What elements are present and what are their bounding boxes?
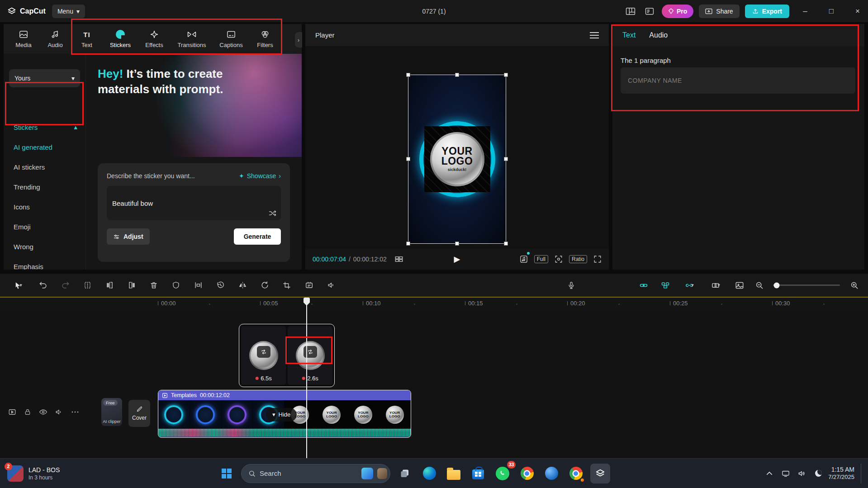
timeline-view-icon[interactable]: [730, 277, 749, 294]
sticker-clip-group[interactable]: 6.5s 2.6s: [239, 324, 335, 387]
selection-handle[interactable]: [455, 73, 459, 76]
lock-icon[interactable]: [24, 408, 31, 416]
trim-right-icon[interactable]: [123, 277, 141, 294]
tab-captions[interactable]: Captions: [214, 25, 248, 52]
tab-text-properties[interactable]: Text: [622, 31, 636, 39]
sticker-clip-1[interactable]: 6.5s: [241, 326, 286, 385]
timeline-ruler[interactable]: 00:00 00:05 00:10 00:15 00:20 00:25 00:3…: [0, 298, 868, 309]
selection-handle[interactable]: [504, 73, 508, 76]
player-menu-icon[interactable]: [590, 32, 599, 38]
tab-stickers[interactable]: Stickers: [104, 25, 137, 52]
minimize-button[interactable]: –: [795, 0, 816, 22]
mirror-icon[interactable]: [233, 277, 251, 294]
frame-view-icon[interactable]: [392, 252, 406, 266]
menu-button[interactable]: Menu ▾: [52, 5, 85, 18]
cast-icon[interactable]: [779, 467, 792, 480]
sticker-prompt-input[interactable]: [107, 186, 281, 220]
tab-audio-properties[interactable]: Audio: [649, 31, 668, 39]
ai-clipper-card[interactable]: Free AI clipper: [101, 398, 122, 426]
auto-arrange-icon[interactable]: [656, 277, 674, 294]
chrome-profile-icon[interactable]: [566, 464, 586, 483]
taskbar-clock[interactable]: 1:15 AM 7/27/2025: [828, 465, 854, 481]
pro-button[interactable]: Pro: [662, 5, 693, 18]
layout-switch-icon[interactable]: [624, 5, 637, 18]
templates-video-clip[interactable]: Templates 00:00:12:02 YOURLOGO YOURLOGO …: [158, 390, 411, 438]
tab-effects[interactable]: Effects: [139, 25, 169, 52]
mute-icon[interactable]: [55, 408, 63, 416]
taskbar-search[interactable]: Search: [241, 464, 390, 483]
share-button[interactable]: Share: [699, 5, 739, 18]
selection-handle[interactable]: [407, 242, 410, 245]
sidebar-item-wrong[interactable]: Wrong: [4, 237, 85, 256]
company-name-input[interactable]: [621, 67, 855, 94]
redo-button[interactable]: [56, 277, 74, 294]
mask-icon[interactable]: [167, 277, 185, 294]
overlap-mode-icon[interactable]: ▾: [704, 277, 727, 294]
maximize-button[interactable]: □: [821, 0, 842, 22]
yours-dropdown[interactable]: Yours ▾: [9, 69, 80, 87]
freeze-frame-icon[interactable]: [189, 277, 207, 294]
export-button[interactable]: Export: [745, 5, 789, 18]
undo-button[interactable]: [34, 277, 52, 294]
tab-text[interactable]: TI Text: [72, 25, 101, 52]
eye-icon[interactable]: [39, 408, 47, 416]
voice-icon[interactable]: [322, 277, 340, 294]
panel-expand-button[interactable]: ›: [295, 32, 302, 47]
adjust-button[interactable]: Adjust: [107, 228, 150, 245]
selection-handle[interactable]: [455, 242, 459, 245]
microphone-button[interactable]: [562, 277, 580, 294]
more-options-icon[interactable]: [71, 411, 79, 413]
ratio-button[interactable]: Ratio: [569, 255, 587, 263]
tab-transitions[interactable]: Transitions: [172, 25, 212, 52]
selection-handle[interactable]: [504, 157, 508, 161]
zoom-in-button[interactable]: [847, 277, 861, 294]
trim-left-icon[interactable]: [100, 277, 119, 294]
chrome-icon[interactable]: [517, 464, 537, 483]
sidebar-item-ai-generated[interactable]: AI generated: [4, 137, 85, 157]
panel-layout-icon[interactable]: [643, 5, 656, 18]
show-desktop-button[interactable]: [861, 464, 863, 483]
sidebar-item-ai-stickers[interactable]: AI stickers: [4, 157, 85, 177]
zoom-slider-thumb[interactable]: [774, 282, 780, 288]
volume-icon[interactable]: [796, 467, 808, 480]
tab-filters[interactable]: Filters: [251, 25, 280, 52]
search-highlight-icon[interactable]: [361, 468, 373, 479]
shuffle-icon[interactable]: [269, 210, 276, 217]
sidebar-item-emphasis[interactable]: Emphasis: [4, 256, 85, 270]
play-button[interactable]: ▶: [454, 254, 460, 264]
selection-handle[interactable]: [407, 73, 410, 76]
edge-icon[interactable]: [419, 464, 439, 483]
crop-icon[interactable]: [278, 277, 296, 294]
cover-button[interactable]: Cover: [128, 400, 150, 427]
taskbar-widget[interactable]: 2 LAD - BOS In 3 hours: [7, 459, 60, 488]
whatsapp-icon[interactable]: 33: [493, 464, 512, 483]
close-button[interactable]: ×: [847, 0, 868, 22]
sticker-clip-2[interactable]: 2.6s: [288, 326, 332, 385]
adjust-board-icon[interactable]: [300, 277, 318, 294]
timeline-zoom-slider[interactable]: [773, 284, 840, 286]
zoom-out-button[interactable]: [752, 277, 766, 294]
showcase-link[interactable]: ✦ Showcase ›: [239, 172, 281, 180]
beat-marker-icon[interactable]: [520, 255, 528, 263]
split-icon[interactable]: [78, 277, 96, 294]
tray-chevron-up-icon[interactable]: [763, 467, 776, 480]
microsoft-store-icon[interactable]: [468, 464, 488, 483]
sidebar-item-icons[interactable]: Icons: [4, 197, 85, 217]
snap-toggle-icon[interactable]: [635, 277, 653, 294]
capcut-taskbar-icon[interactable]: [590, 464, 610, 483]
track-type-icon[interactable]: [8, 408, 16, 416]
night-mode-icon[interactable]: [812, 467, 825, 480]
search-promo-icon[interactable]: [377, 468, 387, 479]
playhead[interactable]: [306, 298, 307, 458]
logo-sticker[interactable]: YOUR LOGO sickduck!: [424, 126, 490, 192]
file-explorer-icon[interactable]: [444, 464, 464, 483]
full-quality-button[interactable]: Full: [534, 255, 548, 263]
focus-icon[interactable]: [555, 255, 563, 263]
link-toggle-icon[interactable]: ▾: [678, 277, 701, 294]
select-tool-button[interactable]: ▾: [6, 277, 30, 294]
selection-handle[interactable]: [504, 242, 508, 245]
start-button[interactable]: [217, 464, 237, 483]
sidebar-item-trending[interactable]: Trending: [4, 177, 85, 197]
rotate-icon[interactable]: [256, 277, 274, 294]
fullscreen-icon[interactable]: [593, 255, 602, 263]
